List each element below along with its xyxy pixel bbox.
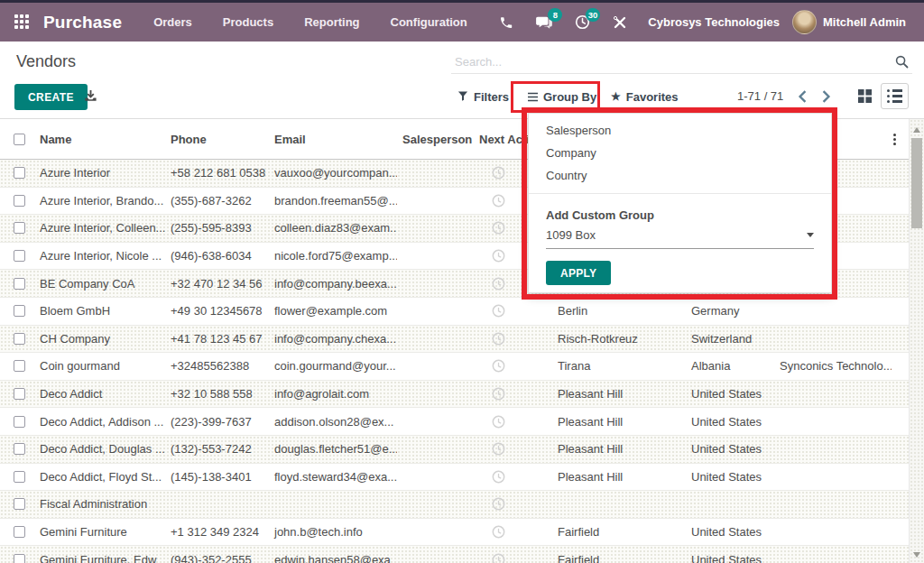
row-checkbox[interactable] [0,167,34,179]
group-by-option-salesperson[interactable]: Salesperson [529,119,831,142]
group-by-option-company[interactable]: Company [529,142,831,164]
cell-next-activity [474,332,552,346]
search-bar[interactable]: Search... [451,50,912,74]
search-icon[interactable] [895,55,909,69]
table-row[interactable]: Fiscal Administration [0,491,909,519]
vertical-scrollbar[interactable] [909,119,924,563]
next-activity-clock-icon[interactable] [492,277,505,291]
row-checkbox[interactable] [0,554,34,563]
activities-icon[interactable]: 30 [573,14,591,32]
row-checkbox[interactable] [0,222,34,234]
apply-button[interactable]: APPLY [546,261,611,285]
cell-next-activity [474,525,552,539]
next-activity-clock-icon[interactable] [492,166,505,180]
next-activity-clock-icon[interactable] [492,470,505,484]
user-menu[interactable]: Mitchell Admin [823,15,906,29]
chevron-down-icon [807,233,814,237]
scrollbar-down-arrow[interactable] [913,552,920,558]
cell-email: douglas.fletcher51@e... [269,442,397,456]
messages-badge: 8 [548,8,562,22]
cell-city: Pleasant Hill [552,415,686,429]
scrollbar-thumb[interactable] [911,138,922,228]
column-header-email[interactable]: Email [269,133,397,146]
row-checkbox[interactable] [0,471,34,483]
group-by-option-country[interactable]: Country [529,164,831,187]
column-header-salesperson[interactable]: Salesperson [397,133,474,146]
next-activity-clock-icon[interactable] [492,332,505,346]
row-checkbox[interactable] [0,443,34,455]
menu-products[interactable]: Products [208,3,289,42]
filters-button[interactable]: Filters [457,87,509,106]
row-checkbox[interactable] [0,333,34,345]
table-row[interactable]: Gemini Furniture, Edw(943)-352-2555edwin… [0,546,909,563]
next-activity-clock-icon[interactable] [492,359,505,373]
cell-city: Berlin [552,304,686,318]
row-checkbox[interactable] [0,195,34,207]
next-activity-clock-icon[interactable] [492,553,505,563]
tools-icon[interactable] [611,14,629,32]
list-view-button[interactable] [881,83,909,109]
next-activity-clock-icon[interactable] [492,304,505,318]
table-row[interactable]: Coin gourmand+32485562388coin.gourmand@y… [0,353,909,381]
optional-columns-icon[interactable] [892,134,909,145]
company-switcher[interactable]: Cybrosys Technologies [648,15,780,29]
row-checkbox[interactable] [0,498,34,510]
column-header-phone[interactable]: Phone [165,133,269,146]
table-row[interactable]: Deco Addict+32 10 588 558info@agrolait.c… [0,381,909,409]
row-checkbox[interactable] [0,250,34,262]
cell-phone: (132)-553-7242 [165,442,269,456]
menu-reporting[interactable]: Reporting [289,3,374,42]
next-activity-clock-icon[interactable] [492,415,505,429]
column-header-name[interactable]: Name [34,133,165,146]
cell-email: vauxoo@yourcompan... [269,166,397,180]
favorites-button[interactable]: ★ Favorites [611,87,679,106]
row-checkbox[interactable] [0,388,34,400]
next-activity-clock-icon[interactable] [492,249,505,263]
cell-name: Fiscal Administration [34,497,165,511]
custom-group-field-select[interactable]: 1099 Box [546,228,814,249]
app-name[interactable]: Purchase [43,13,122,32]
scrollbar-up-arrow[interactable] [913,127,920,133]
next-activity-clock-icon[interactable] [492,387,505,401]
cell-city: Pleasant Hill [552,470,686,484]
row-checkbox[interactable] [0,278,34,290]
menu-orders[interactable]: Orders [138,3,208,42]
filter-funnel-icon [457,91,468,102]
apps-menu-icon[interactable] [14,14,31,31]
create-button[interactable]: CREATE [14,84,88,110]
custom-group-selected-value: 1099 Box [546,228,596,242]
group-by-button[interactable]: Group By [528,87,596,106]
page-title: Vendors [16,52,76,71]
table-row[interactable]: Bloem GmbH+49 30 12345678flower@example.… [0,298,909,326]
select-all-checkbox[interactable] [0,134,34,145]
next-activity-clock-icon[interactable] [492,442,505,456]
row-checkbox[interactable] [0,360,34,372]
table-row[interactable]: CH Company+41 78 123 45 67info@company.c… [0,326,909,354]
row-checkbox[interactable] [0,416,34,428]
pager-next-button[interactable] [818,88,834,105]
next-activity-clock-icon[interactable] [492,221,505,235]
row-checkbox[interactable] [0,305,34,317]
cell-city: Pleasant Hill [552,442,686,456]
phone-icon[interactable] [497,14,515,32]
cell-email: info@agrolait.com [269,387,397,401]
user-avatar[interactable] [792,10,817,34]
next-activity-clock-icon[interactable] [492,194,505,208]
cell-country: Switzerland [686,332,774,346]
messages-icon[interactable]: 8 [535,14,553,32]
table-row[interactable]: Deco Addict, Addison ...(223)-399-7637ad… [0,408,909,436]
cell-email: coin.gourmand@your... [269,359,397,373]
table-row[interactable]: Gemini Furniture+1 312 349 2324john.b@te… [0,519,909,547]
table-row[interactable]: Deco Addict, Douglas ...(132)-553-7242do… [0,436,909,464]
favorites-star-icon: ★ [611,91,621,102]
menu-configuration[interactable]: Configuration [375,3,483,42]
kanban-view-button[interactable] [851,83,879,109]
table-row[interactable]: Deco Addict, Floyd St...(145)-138-3401fl… [0,464,909,492]
cell-phone: +41 78 123 45 67 [165,332,269,346]
row-checkbox[interactable] [0,526,34,538]
pager-previous-button[interactable] [794,88,810,105]
import-icon[interactable] [84,89,97,103]
cell-name: Bloem GmbH [34,304,165,318]
next-activity-clock-icon[interactable] [492,525,505,539]
next-activity-clock-icon[interactable] [492,497,505,511]
